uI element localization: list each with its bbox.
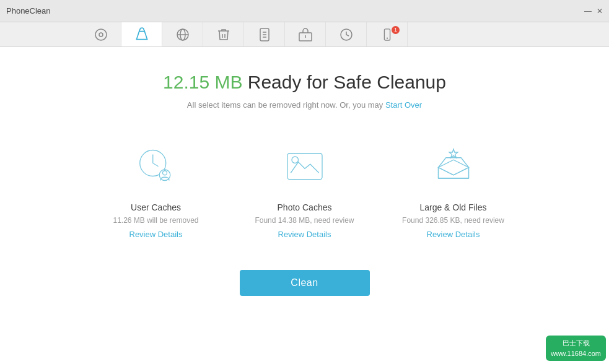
title-bar: PhoneClean — ✕ xyxy=(0,0,609,22)
subtitle-text: All select items can be removed right no… xyxy=(187,100,385,110)
user-caches-icon xyxy=(131,141,181,190)
tab-quick-clean[interactable] xyxy=(81,22,121,46)
large-old-files-review-link[interactable]: Review Details xyxy=(427,230,480,239)
close-button[interactable]: ✕ xyxy=(597,7,603,15)
user-caches-card: User Caches 11.26 MB will be removed Rev… xyxy=(100,141,212,239)
size-value: 12.15 MB xyxy=(163,72,242,92)
user-caches-desc: 11.26 MB will be removed xyxy=(113,216,198,225)
large-old-files-desc: Found 326.85 KB, need review xyxy=(402,216,504,225)
photo-caches-title: Photo Caches xyxy=(278,202,332,212)
subtitle: All select items can be removed right no… xyxy=(187,100,422,110)
headline: 12.15 MB Ready for Safe Cleanup xyxy=(163,72,446,93)
start-over-link[interactable]: Start Over xyxy=(385,100,422,110)
app-name: PhoneClean xyxy=(6,6,51,15)
large-old-files-icon xyxy=(429,141,478,190)
minimize-button[interactable]: — xyxy=(584,7,592,15)
user-caches-title: User Caches xyxy=(131,202,181,212)
tab-bar: 1 xyxy=(0,22,609,47)
cards-row: User Caches 11.26 MB will be removed Rev… xyxy=(100,141,509,239)
tab-speedup[interactable] xyxy=(326,22,367,46)
window-controls: — ✕ xyxy=(584,7,603,15)
tab-clean[interactable] xyxy=(121,22,162,46)
device-badge: 1 xyxy=(392,26,400,34)
svg-point-1 xyxy=(99,33,103,37)
watermark-line2: www.11684.com xyxy=(551,349,601,359)
main-content: 12.15 MB Ready for Safe Cleanup All sele… xyxy=(0,47,609,364)
photo-caches-desc: Found 14.38 MB, need review xyxy=(255,216,354,225)
svg-point-21 xyxy=(292,157,299,163)
large-old-files-card: Large & Old Files Found 326.85 KB, need … xyxy=(398,141,509,239)
svg-marker-27 xyxy=(449,149,458,158)
tab-device[interactable]: 1 xyxy=(367,22,408,46)
svg-point-0 xyxy=(95,29,107,40)
headline-text: Ready for Safe Cleanup xyxy=(242,72,446,92)
photo-caches-card: Photo Caches Found 14.38 MB, need review… xyxy=(249,141,361,239)
large-old-files-title: Large & Old Files xyxy=(419,202,486,212)
tab-toolbox[interactable] xyxy=(285,22,326,46)
watermark-line1: 巴士下载 xyxy=(551,338,601,349)
clean-button[interactable]: Clean xyxy=(240,270,370,296)
user-caches-review-link[interactable]: Review Details xyxy=(129,230,183,239)
tab-privacy[interactable] xyxy=(244,22,285,46)
watermark: 巴士下载 www.11684.com xyxy=(546,336,606,361)
photo-caches-review-link[interactable]: Review Details xyxy=(278,230,331,239)
tab-trash[interactable] xyxy=(203,22,244,46)
svg-marker-23 xyxy=(438,168,468,179)
tab-internet[interactable] xyxy=(162,22,203,46)
photo-caches-icon xyxy=(280,141,330,190)
